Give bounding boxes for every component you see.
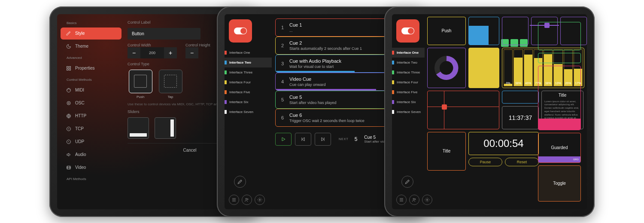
label-control-height: Control Height <box>185 43 210 47</box>
film-icon <box>66 165 72 171</box>
interface-item[interactable]: Interface One <box>225 48 272 58</box>
interface-label: Interface Four <box>397 80 418 84</box>
interface-item[interactable]: Interface Two <box>392 58 425 67</box>
yellow-fill-cell[interactable] <box>468 48 499 88</box>
nav-midi[interactable]: MIDI <box>61 84 122 96</box>
nav-http[interactable]: HTTP <box>61 110 122 122</box>
edit-button[interactable] <box>401 176 413 188</box>
donut-icon <box>434 55 459 81</box>
stepper-width: − 200 + <box>128 47 177 58</box>
interface-item[interactable]: Interface Five <box>392 87 425 97</box>
nav-osc[interactable]: OSC <box>61 97 122 109</box>
blue-cell[interactable] <box>502 91 539 104</box>
edit-button[interactable] <box>234 176 246 188</box>
color-bar <box>225 110 227 114</box>
color-bar <box>392 110 394 114</box>
nav-tcp[interactable]: TCP <box>61 123 122 135</box>
users-button[interactable] <box>242 195 252 205</box>
prev-button[interactable] <box>295 133 311 146</box>
toggle-button[interactable]: Toggle <box>538 165 581 202</box>
push-button[interactable]: Push <box>427 17 466 45</box>
cue-subtitle: Cue can play onward <box>289 82 326 87</box>
title-button-orange[interactable]: Title <box>427 132 466 171</box>
nav-theme[interactable]: Theme <box>61 40 122 52</box>
menu-button[interactable] <box>229 195 239 205</box>
interface-item[interactable]: Interface Three <box>392 67 425 77</box>
slider-thumb-vertical[interactable] <box>155 117 176 139</box>
interface-item[interactable]: Interface Six <box>392 97 425 107</box>
big-timer: 00:00:54 <box>468 132 539 155</box>
color-bar <box>392 100 394 104</box>
interface-item[interactable]: Interface Seven <box>225 107 272 117</box>
cue-number: 6 <box>280 115 285 120</box>
users-button[interactable] <box>409 195 419 205</box>
svg-point-15 <box>247 199 248 199</box>
cue-title: Cue with Audio Playback <box>289 58 341 64</box>
interface-label: Interface Six <box>397 100 416 104</box>
label-control-width: Control Width <box>128 43 177 47</box>
clock-cell: 11:37:37 <box>502 106 539 129</box>
nav-video[interactable]: Video <box>61 162 122 174</box>
app-logo[interactable] <box>396 19 419 43</box>
next-button[interactable] <box>315 133 331 146</box>
nav-audio[interactable]: Audio <box>61 149 122 161</box>
interface-label: Interface Six <box>229 100 248 104</box>
level-bar[interactable]: 46% <box>524 49 533 86</box>
play-button[interactable] <box>275 133 292 146</box>
stepper-width-minus[interactable]: − <box>128 47 140 58</box>
interface-item[interactable]: Interface Four <box>392 77 425 87</box>
settings-button[interactable] <box>255 195 265 205</box>
stepper-width-plus[interactable]: + <box>164 47 177 58</box>
svg-point-8 <box>68 102 70 104</box>
color-bar <box>225 61 227 64</box>
cue-number: 2 <box>280 43 285 48</box>
stepper-height-minus[interactable]: − <box>185 47 198 58</box>
color-bar <box>392 70 394 74</box>
xy-pad[interactable] <box>427 91 499 129</box>
interface-item[interactable]: Interface Two <box>225 58 272 67</box>
purple-cell-1[interactable] <box>502 17 529 45</box>
settings-button[interactable] <box>422 195 432 205</box>
color-bar <box>392 90 394 94</box>
next-label: NEXT <box>339 137 349 141</box>
type-push[interactable]: Push <box>128 70 153 99</box>
speaker-icon <box>66 152 72 158</box>
level-bar[interactable]: 38% <box>513 49 522 86</box>
app-logo[interactable] <box>229 19 252 43</box>
interface-item[interactable]: Interface Four <box>225 77 272 87</box>
tcp-icon <box>66 126 72 132</box>
color-bar <box>225 70 227 74</box>
cue-progress <box>276 71 355 72</box>
cue-subtitle: Wait for visual cue to start <box>289 64 341 69</box>
level-label: 77% <box>535 82 541 86</box>
udp-icon <box>66 139 72 145</box>
interface-item[interactable]: Interface Five <box>225 87 272 97</box>
guarded-button[interactable]: Guarded GRD <box>538 133 581 163</box>
cue-number: 1 <box>280 25 285 30</box>
dial-cell[interactable] <box>427 48 466 88</box>
nav-udp[interactable]: UDP <box>61 136 122 148</box>
stepper-height: − <box>185 47 210 58</box>
pause-button[interactable]: Pause <box>468 158 502 166</box>
interface-label: Interface Five <box>229 90 250 94</box>
menu-button[interactable] <box>396 195 407 205</box>
nav-properties[interactable]: Properties <box>61 62 122 74</box>
input-control-label[interactable] <box>128 28 200 40</box>
type-tap[interactable]: Tap <box>158 70 183 99</box>
interface-item[interactable]: Interface Seven <box>392 107 425 117</box>
interface-label: Interface Seven <box>397 110 421 114</box>
green-top[interactable] <box>538 22 581 50</box>
pink-big[interactable] <box>538 66 581 130</box>
interface-item[interactable]: Interface Three <box>225 67 272 77</box>
color-bar <box>392 80 394 84</box>
green-slim[interactable] <box>538 53 581 63</box>
nav-style[interactable]: Style <box>61 27 122 40</box>
level-bar[interactable]: 0% <box>504 49 513 86</box>
toggle-icon <box>234 27 247 34</box>
interface-item[interactable]: Interface Six <box>225 97 272 107</box>
blue-slider[interactable] <box>468 17 499 45</box>
svg-point-16 <box>259 199 261 200</box>
interface-item[interactable]: Interface One <box>392 48 425 58</box>
reset-button[interactable]: Reset <box>505 158 539 166</box>
slider-thumb-horizontal[interactable] <box>128 117 149 139</box>
